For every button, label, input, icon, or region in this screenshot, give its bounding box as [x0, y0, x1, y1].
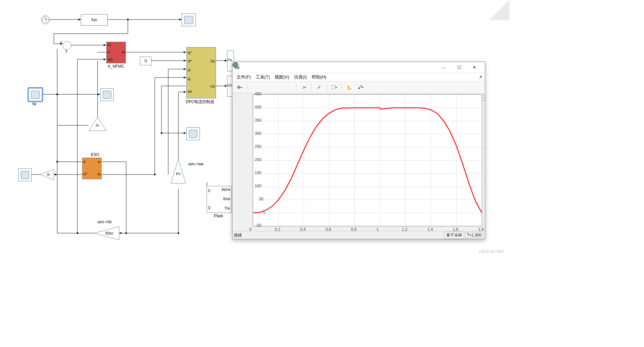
nr-scope-label: Nr	[32, 102, 37, 106]
titlebar[interactable]: Nr — ☐ ✕	[232, 62, 485, 73]
svg-text:-K-: -K-	[46, 173, 50, 177]
simulink-canvas[interactable]: fun + − x1 d wm iq X_NFMC 0 iq* id* id i…	[0, 0, 509, 256]
svg-point-50	[154, 174, 156, 176]
gain-pn[interactable]: Pn	[170, 158, 186, 185]
svg-text:-K-: -K-	[95, 123, 100, 127]
fun-label: fun	[92, 18, 97, 22]
cursor-icon: ⤢	[317, 85, 321, 90]
dpc-block[interactable]: iq* id* id iq we Uq Ud	[186, 47, 216, 98]
nr-scope[interactable]	[29, 88, 42, 101]
gain-k1[interactable]: -K-	[88, 117, 107, 131]
svg-marker-60	[171, 159, 186, 183]
svg-point-46	[57, 94, 58, 95]
maximize-button[interactable]: ☐	[451, 62, 467, 72]
svg-point-49	[178, 232, 179, 234]
gain-k2[interactable]: -K-	[40, 168, 55, 181]
svg-point-47	[57, 161, 58, 163]
svg-text:Pn: Pn	[176, 172, 180, 176]
svg-point-48	[126, 232, 127, 234]
sum-block[interactable]: + −	[63, 41, 71, 50]
menu-tools[interactable]: 工具(T)	[254, 73, 272, 81]
gear-icon: ⚙	[237, 85, 241, 90]
step-forward-button[interactable]	[273, 83, 282, 92]
stop-icon	[232, 62, 237, 67]
svg-point-52	[77, 232, 78, 234]
highlight-button[interactable]: 🖍▾	[356, 83, 365, 92]
expand-icon[interactable]: ⭷	[478, 74, 483, 80]
xnfmc-block[interactable]: x1 d wm iq	[106, 42, 126, 63]
trigger-icon: ⎎	[302, 85, 305, 90]
clock-block[interactable]	[41, 15, 50, 24]
highlight-icon: 🖍	[358, 85, 362, 90]
eso-block[interactable]: d w w^ iq	[82, 158, 102, 179]
scope-mid-right[interactable]	[186, 127, 200, 140]
measure-icon: 📐	[347, 85, 352, 90]
xnfmc-label: X_NFMC	[108, 64, 124, 69]
run-button[interactable]	[261, 83, 271, 92]
fun-block[interactable]: fun	[81, 14, 108, 26]
menu-file[interactable]: 文件(F)	[235, 73, 253, 81]
gain-30pi[interactable]: 30/pi	[94, 226, 120, 241]
stop-button[interactable]	[284, 83, 293, 92]
menubar: 文件(F) 工具(T) 视图(V) 仿真(I) 帮助(H) ⭷	[232, 73, 485, 82]
window-title: Nr	[235, 65, 436, 70]
clock-icon	[41, 16, 49, 24]
svg-text:30/pi: 30/pi	[105, 231, 113, 235]
plot-area[interactable]	[253, 94, 482, 226]
cursor-button[interactable]: ⤢	[314, 83, 324, 92]
plark-label: Plark	[214, 214, 223, 218]
minimize-button[interactable]: —	[436, 62, 451, 72]
plot-svg	[253, 95, 482, 226]
wm-nr-label: wm->Nr	[98, 220, 112, 224]
plark-block[interactable]: D Q Alpha Beta The	[207, 186, 231, 213]
menu-help[interactable]: 帮助(H)	[310, 73, 328, 81]
menu-view[interactable]: 视图(V)	[273, 73, 291, 81]
zoom-button[interactable]: ⛶▾	[329, 83, 339, 92]
measure-button[interactable]: 📐	[345, 83, 354, 92]
menu-sim[interactable]: 仿真(I)	[292, 73, 309, 81]
svg-point-51	[161, 132, 163, 134]
scope-bottom-left[interactable]	[18, 168, 32, 181]
scope-window[interactable]: Nr — ☐ ✕ 文件(F) 工具(T) 视图(V) 仿真(I) 帮助(H) ⭷…	[232, 62, 485, 239]
svg-point-45	[127, 19, 129, 21]
scope-top[interactable]	[182, 13, 196, 26]
status-bar: 就绪 基于采样 T=1.800	[232, 231, 485, 239]
status-time: T=1.800	[465, 232, 484, 238]
close-button[interactable]: ✕	[467, 62, 482, 72]
trigger-button[interactable]: ⎎▾	[299, 83, 309, 92]
status-sample: 基于采样	[444, 232, 464, 239]
zero-constant[interactable]: 0	[140, 57, 151, 65]
settings-button[interactable]: ⚙▾	[235, 83, 244, 92]
toolbar: ⚙▾ ⎎▾ ⤢ ⛶▾ 📐 🖍▾	[232, 82, 485, 93]
watermark: CSDN @小陈IT	[479, 249, 505, 254]
status-ready: 就绪	[234, 232, 242, 238]
svg-rect-70	[233, 63, 237, 66]
scope-mid[interactable]	[100, 88, 114, 101]
dpc-label: DPC电流控制器	[186, 99, 214, 105]
zoom-icon: ⛶	[331, 85, 335, 90]
step-back-button[interactable]	[250, 83, 259, 92]
wm-we-label: wm->we	[188, 162, 204, 166]
eso-label: ESO	[91, 152, 99, 157]
